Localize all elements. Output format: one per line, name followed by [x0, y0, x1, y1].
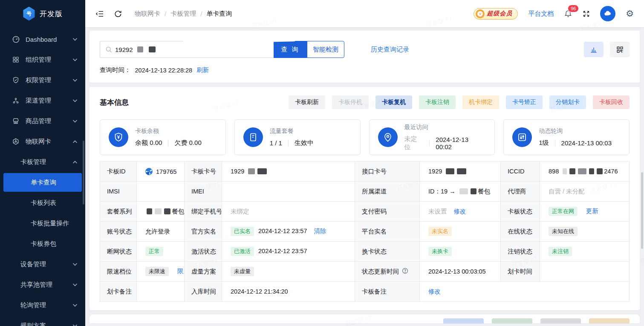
set-speed-limit-link[interactable]: 限速 [177, 268, 185, 274]
sidebar-item-shared-pool[interactable]: 共享池管理 [0, 274, 85, 295]
device-bind-button[interactable]: 机卡绑定 [462, 95, 499, 109]
sidebar-item-card-batch[interactable]: 卡板批量操作 [0, 213, 85, 234]
query-time-label: 查询时间： [100, 66, 131, 74]
sidebar-item-iot-card[interactable]: 物联网卡 [0, 131, 85, 152]
field-value: 允许登录 [137, 222, 185, 242]
sidebar-item-label: 轮询管理 [20, 301, 46, 309]
field-label-text: 所属渠道 [362, 188, 387, 196]
stat-card-balance: 卡板余额余额 0.00欠费 0.00 [100, 119, 226, 155]
card-stop-button[interactable]: 卡板停机 [332, 95, 369, 109]
sidebar-item-card-list[interactable]: 卡板列表 [0, 193, 85, 213]
value-text: 2024-12-12 23:57 [258, 228, 307, 234]
redacted-text [589, 168, 594, 174]
page-scrollbar[interactable] [641, 172, 643, 249]
table-row: 卡板ID179765卡板卡号1929接口卡号1929ICCID8982476 [100, 162, 630, 182]
modify-pay-password-link[interactable]: 修改 [454, 208, 466, 215]
refresh-icon[interactable] [114, 10, 122, 18]
help-icon[interactable] [402, 268, 408, 275]
field-label-inner: 卡板卡号 [191, 167, 217, 176]
card-recycle-button[interactable]: 卡板回收 [593, 95, 630, 109]
sidebar-item-device-mgmt[interactable]: 设备管理 [0, 254, 85, 274]
fullscreen-icon[interactable] [583, 10, 590, 17]
modify-card-remark-link[interactable]: 修改 [428, 288, 441, 295]
field-value: 修改 [420, 282, 630, 302]
value-text: 2476 [604, 168, 618, 175]
sidebar-item-single-query[interactable]: 单卡查询 [3, 173, 82, 192]
redacted-text [248, 168, 255, 174]
next-section-partial [90, 314, 640, 323]
update-card-status-link[interactable]: 更新 [586, 208, 598, 214]
field-value: 未注销 [540, 242, 630, 262]
iot-icon [12, 138, 20, 146]
field-label-inner: 绑定手机号 [191, 208, 217, 216]
stat-divider [555, 140, 555, 146]
card-detail-table: 卡板ID179765卡板卡号1929接口卡号1929ICCID8982476IM… [100, 161, 630, 302]
brand: 号 开发版 [0, 0, 85, 27]
balance-icon [109, 127, 128, 147]
value-text: 1929 [231, 168, 244, 175]
sidebar-item-perm-mgmt[interactable]: 权限管理 [0, 70, 85, 90]
query-button[interactable]: 查 询 [274, 41, 307, 58]
partial-button[interactable] [589, 318, 630, 323]
status-tag: 未实名 [428, 227, 452, 236]
field-value: 2024-12-13 00:03:05 [420, 262, 501, 282]
stat-divider [288, 140, 289, 146]
section-title: 基本信息 [100, 98, 129, 107]
sidebar-item-dashboard[interactable]: Dashboard [0, 29, 85, 49]
field-label-text: 卡板备注 [362, 288, 387, 296]
sidebar-item-label: 共享池管理 [20, 281, 52, 289]
field-label-text: 划卡时间 [508, 268, 532, 276]
field-label-text: IMEI [191, 188, 204, 195]
card-resume-button[interactable]: 卡板复机 [375, 95, 412, 109]
stat-title: 流量套餐 [270, 127, 314, 135]
partial-button[interactable] [443, 318, 484, 323]
field-label: 卡板ID [100, 162, 137, 182]
sidebar-item-channel-mgmt[interactable]: 渠道管理 [0, 90, 85, 111]
sidebar-item-org-mgmt[interactable]: 组织管理 [0, 49, 85, 70]
field-value: 正常在网更新 [540, 202, 630, 222]
sidebar-item-rule-plan[interactable]: 规则方案 [0, 315, 85, 326]
number-correct-button[interactable]: 卡号矫正 [506, 95, 543, 109]
sidebar-item-product-mgmt[interactable]: 商品管理 [0, 111, 85, 131]
clear-realname-link[interactable]: 清除 [314, 228, 326, 234]
breadcrumb-separator: / [200, 10, 202, 17]
breadcrumb-item[interactable]: 物联网卡 [135, 10, 160, 18]
status-tag: 未虚量 [231, 267, 254, 276]
topbar: 物联网卡/卡板管理/单卡查询 v 超级会员 平台文档 96 ⚙ [85, 0, 644, 27]
redacted-text [578, 168, 586, 174]
search-group: 19292 查 询 智能检测 [100, 41, 344, 58]
vip-badge[interactable]: v 超级会员 [474, 8, 518, 20]
sidebar-item-card-coupon[interactable]: 卡板券包 [0, 234, 85, 254]
settings-gear-icon[interactable]: ⚙ [626, 9, 634, 19]
platform-docs-link[interactable]: 平台文档 [528, 10, 554, 18]
sidebar-item-card-mgmt[interactable]: 卡板管理 [0, 152, 85, 172]
status-tag: 正常在网 [549, 207, 578, 216]
card-deactivate-button[interactable]: 卡板注销 [419, 95, 456, 109]
partial-button[interactable] [540, 318, 581, 323]
sidebar-item-label: 单卡查询 [31, 179, 56, 187]
partial-button[interactable] [492, 318, 532, 323]
refresh-query-link[interactable]: 刷新 [196, 66, 209, 74]
user-avatar[interactable] [600, 6, 615, 21]
qr-code-button[interactable] [610, 42, 630, 57]
field-label-inner: 限速档位 [107, 268, 132, 276]
location-icon [378, 127, 398, 147]
collapse-menu-icon[interactable] [95, 10, 104, 18]
notifications[interactable]: 96 [564, 9, 572, 18]
stat-secondary-value: 2024-12-13 00:02 [436, 136, 486, 150]
status-tag: 已激活 [231, 247, 254, 256]
status-tag: 已实名 [231, 227, 254, 236]
field-value: 未限速限速 [137, 262, 185, 282]
redacted-text [257, 168, 267, 174]
breadcrumb-item[interactable]: 卡板管理 [170, 10, 196, 18]
card-refresh-button[interactable]: 卡板刷新 [289, 95, 325, 109]
distribute-card-button[interactable]: 分销划卡 [549, 95, 586, 109]
vip-label: 超级会员 [487, 10, 512, 17]
sidebar-item-polling-mgmt[interactable]: 轮询管理 [0, 295, 85, 315]
field-label-inner: 状态更新时间 [362, 268, 415, 276]
status-tag: 正常 [145, 247, 163, 256]
sidebar-scrollbar[interactable] [83, 141, 84, 205]
smart-detect-button[interactable]: 智能检测 [307, 41, 344, 58]
history-query-link[interactable]: 历史查询记录 [371, 46, 409, 54]
usage-chart-button[interactable] [584, 42, 604, 57]
